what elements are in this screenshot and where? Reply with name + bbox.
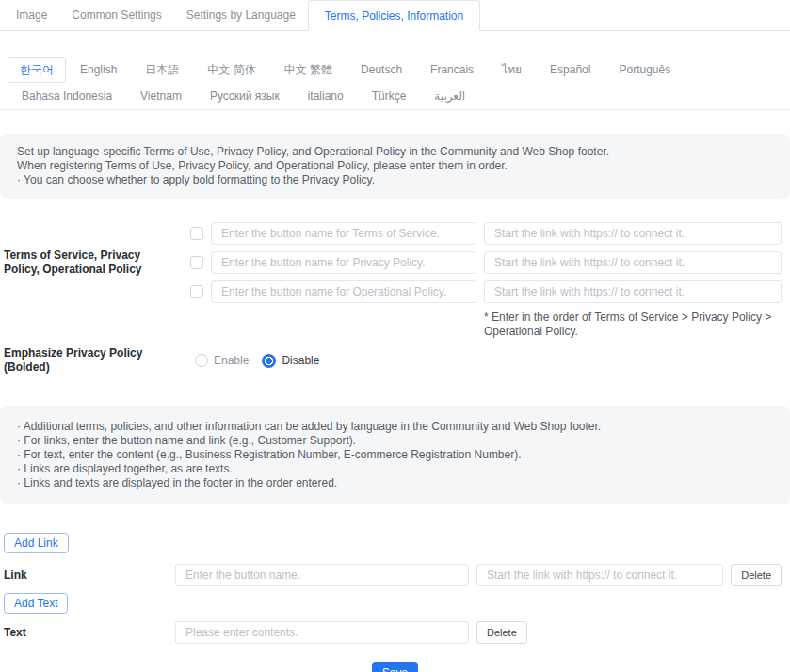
notice-line: Set up language-specific Terms of Use, P… xyxy=(17,145,773,159)
add-text-button[interactable]: Add Text xyxy=(4,593,68,614)
link-delete-button[interactable]: Delete xyxy=(731,564,782,586)
terms-of-service-link-input[interactable] xyxy=(484,222,782,245)
tab-settings-by-language[interactable]: Settings by Language xyxy=(174,0,308,30)
emphasize-label: Emphasize Privacy Policy (Bolded) xyxy=(0,346,190,375)
terms-section-label: Terms of Service, Privacy Policy, Operat… xyxy=(0,222,190,339)
settings-page: Image Common Settings Settings by Langua… xyxy=(0,0,790,672)
terms-notice-box: Set up language-specific Terms of Use, P… xyxy=(0,134,790,199)
lang-tab-portuguese[interactable]: Português xyxy=(605,56,685,83)
notice-line: · You can choose whether to apply bold f… xyxy=(17,173,773,187)
lang-tab-turkish[interactable]: Türkçe xyxy=(358,83,421,109)
notice-line: · Links and texts are displayed in the f… xyxy=(17,476,773,490)
text-label: Text xyxy=(0,626,175,640)
enable-radio-label: Enable xyxy=(214,354,249,367)
tab-common-settings[interactable]: Common Settings xyxy=(59,0,173,30)
notice-line: · For text, enter the content (e.g., Bus… xyxy=(17,448,773,462)
tab-terms-policies-information[interactable]: Terms, Policies, Information xyxy=(308,0,480,31)
radio-circle-icon xyxy=(195,354,208,367)
notice-line: · Links are displayed together, as are t… xyxy=(17,462,773,476)
lang-tab-chinese-simplified[interactable]: 中文 简体 xyxy=(193,56,269,83)
lang-tab-english[interactable]: English xyxy=(66,56,131,83)
lang-tab-russian[interactable]: Русский язык xyxy=(196,83,294,109)
terms-of-service-checkbox[interactable] xyxy=(190,227,203,240)
terms-of-service-row xyxy=(190,222,782,245)
tab-image[interactable]: Image xyxy=(0,0,59,30)
save-button[interactable]: Save xyxy=(372,662,418,672)
operational-policy-link-input[interactable] xyxy=(484,280,782,303)
language-tab-bar: 한국어 English 日本語 中文 简体 中文 繁體 Deutsch Fran… xyxy=(0,56,790,110)
add-link-button[interactable]: Add Link xyxy=(4,533,69,553)
terms-policy-section: Terms of Service, Privacy Policy, Operat… xyxy=(0,222,782,339)
link-url-input[interactable] xyxy=(476,564,723,586)
radio-selected-circle-icon xyxy=(262,354,276,368)
lang-tab-italian[interactable]: italiano xyxy=(294,83,358,109)
main-tab-bar: Image Common Settings Settings by Langua… xyxy=(0,0,790,31)
privacy-policy-row xyxy=(190,251,782,274)
text-content-input[interactable] xyxy=(175,621,469,644)
order-note: * Enter in the order of Terms of Service… xyxy=(484,311,782,339)
lang-tab-vietnamese[interactable]: Vietnam xyxy=(126,83,196,109)
emphasize-privacy-row: Emphasize Privacy Policy (Bolded) Enable… xyxy=(0,346,790,375)
link-row: Link Delete xyxy=(0,564,782,586)
lang-tab-arabic[interactable]: العربية xyxy=(420,83,479,109)
lang-tab-thai[interactable]: ไทย xyxy=(488,56,536,83)
enable-radio[interactable]: Enable xyxy=(195,354,249,367)
disable-radio-label: Disable xyxy=(282,354,319,367)
lang-tab-french[interactable]: Francais xyxy=(416,56,488,83)
operational-policy-name-input[interactable] xyxy=(211,280,476,303)
operational-policy-row xyxy=(190,280,782,303)
notice-line: When registering Terms of Use, Privacy P… xyxy=(17,159,773,173)
link-label: Link xyxy=(0,568,175,583)
footer-info-notice-box: · Additional terms, policies, and other … xyxy=(0,406,790,504)
save-button-area: Save xyxy=(0,662,790,672)
lang-tab-indonesian[interactable]: Bahasa Indonesia xyxy=(8,83,126,109)
lang-tab-korean[interactable]: 한국어 xyxy=(8,57,66,83)
notice-line: · For links, enter the button name and l… xyxy=(17,434,773,448)
terms-of-service-name-input[interactable] xyxy=(211,222,476,245)
notice-line: · Additional terms, policies, and other … xyxy=(17,420,773,434)
privacy-policy-link-input[interactable] xyxy=(484,251,782,274)
lang-tab-spanish[interactable]: Español xyxy=(536,56,605,83)
lang-tab-japanese[interactable]: 日本語 xyxy=(131,56,193,83)
lang-tab-german[interactable]: Deutsch xyxy=(347,56,416,83)
disable-radio[interactable]: Disable xyxy=(262,354,319,368)
text-row: Text Delete xyxy=(0,621,782,644)
operational-policy-checkbox[interactable] xyxy=(190,285,203,298)
lang-tab-chinese-traditional[interactable]: 中文 繁體 xyxy=(270,56,347,83)
link-name-input[interactable] xyxy=(175,564,469,586)
privacy-policy-checkbox[interactable] xyxy=(190,256,203,269)
privacy-policy-name-input[interactable] xyxy=(211,251,476,274)
text-delete-button[interactable]: Delete xyxy=(476,621,527,644)
